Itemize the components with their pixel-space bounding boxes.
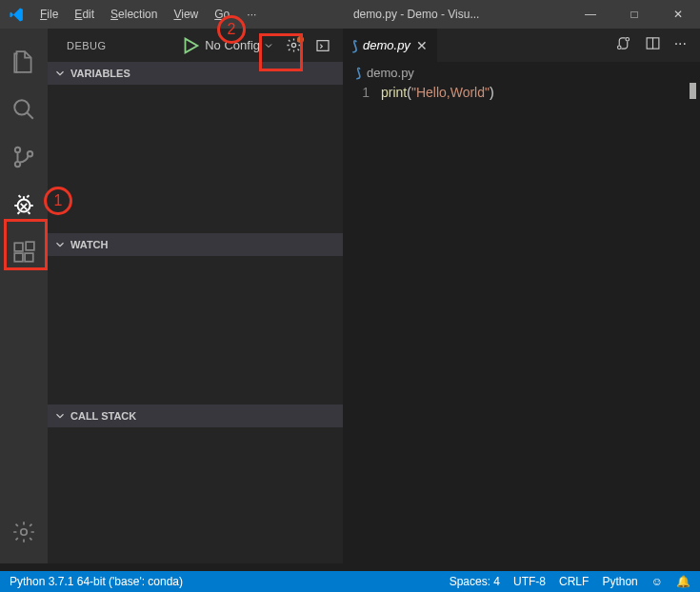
variables-body	[48, 85, 343, 233]
status-bell-icon[interactable]: 🔔	[676, 575, 690, 588]
minimize-button[interactable]: —	[569, 0, 612, 29]
text-cursor	[690, 83, 696, 99]
watch-body	[48, 256, 343, 405]
code-content: print("Hello,World")	[381, 83, 494, 563]
debug-label: DEBUG	[67, 40, 107, 51]
vscode-logo-icon	[0, 7, 33, 23]
status-encoding[interactable]: UTF-8	[513, 575, 546, 588]
editor-tabs: ⟆ demo.py ✕ ···	[343, 29, 700, 62]
debug-console-button[interactable]	[312, 35, 333, 56]
callstack-header[interactable]: CALL STACK	[48, 405, 343, 427]
source-control-icon[interactable]	[0, 133, 48, 181]
tab-filename: demo.py	[363, 38, 410, 52]
close-window-button[interactable]: ✕	[656, 0, 700, 29]
activity-bar	[0, 29, 48, 563]
svg-point-9	[21, 529, 28, 536]
status-spaces[interactable]: Spaces: 4	[450, 575, 500, 588]
status-bar: Python 3.7.1 64-bit ('base': conda) Spac…	[0, 571, 700, 592]
svg-point-2	[15, 162, 20, 167]
settings-gear-icon[interactable]	[0, 508, 48, 556]
start-debug-button[interactable]	[180, 35, 201, 56]
watch-header[interactable]: WATCH	[48, 233, 343, 256]
svg-point-1	[15, 148, 20, 152]
window-controls: — □ ✕	[569, 0, 700, 29]
annotation-box-1	[4, 219, 48, 270]
editor-actions: ···	[615, 35, 700, 55]
menu-file[interactable]: FFileile	[33, 4, 65, 25]
python-file-icon: ⟆	[352, 38, 357, 53]
menu-view[interactable]: ViewView	[167, 4, 205, 25]
menu-selection[interactable]: SelectionSelection	[104, 4, 164, 25]
svg-point-13	[626, 37, 630, 41]
annotation-circle-1: 1	[44, 187, 72, 215]
compare-changes-icon[interactable]	[615, 35, 631, 55]
maximize-button[interactable]: □	[612, 0, 656, 29]
annotation-circle-2: 2	[217, 15, 246, 44]
status-eol[interactable]: CRLF	[559, 575, 589, 588]
debug-sidebar: DEBUG No Config VARIABLES WATCH CALL STA…	[48, 29, 343, 563]
svg-rect-11	[317, 40, 329, 50]
annotation-box-2	[259, 33, 303, 71]
breadcrumb-filename: demo.py	[367, 66, 414, 80]
breadcrumb[interactable]: ⟆ demo.py	[343, 62, 700, 83]
code-editor[interactable]: 1 print("Hello,World")	[343, 83, 700, 563]
python-file-icon: ⟆	[356, 66, 361, 80]
search-icon[interactable]	[0, 86, 48, 133]
svg-point-12	[617, 46, 621, 49]
editor-area: ⟆ demo.py ✕ ··· ⟆ demo.py 1 print("Hello…	[343, 29, 700, 563]
explorer-icon[interactable]	[0, 38, 48, 86]
tab-close-button[interactable]: ✕	[416, 38, 428, 53]
status-language[interactable]: Python	[602, 575, 637, 588]
status-interpreter[interactable]: Python 3.7.1 64-bit ('base': conda)	[10, 575, 183, 588]
split-editor-icon[interactable]	[645, 35, 661, 55]
svg-point-0	[14, 100, 29, 114]
more-actions-icon[interactable]: ···	[674, 35, 687, 55]
menu-edit[interactable]: EditEdit	[68, 4, 101, 25]
line-gutter: 1	[343, 83, 381, 563]
title-bar: FFileile EditEdit SelectionSelection Vie…	[0, 0, 700, 29]
window-title: demo.py - Demo - Visu...	[264, 8, 569, 21]
status-feedback-icon[interactable]: ☺	[651, 575, 663, 588]
svg-point-3	[28, 151, 32, 156]
callstack-body	[48, 427, 343, 563]
editor-tab[interactable]: ⟆ demo.py ✕	[343, 29, 437, 62]
